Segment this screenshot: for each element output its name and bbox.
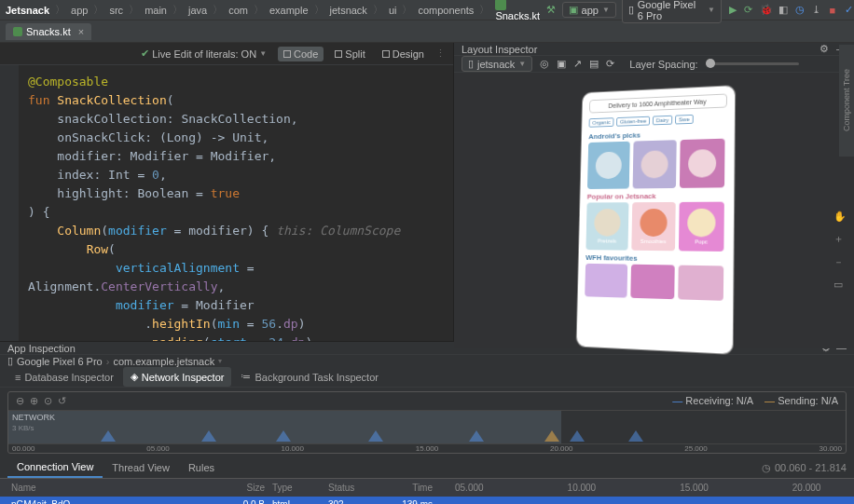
device-select[interactable]: ▯Google Pixel 6 Pro▼ — [622, 0, 722, 23]
refresh-icon[interactable]: ⟳ — [606, 58, 614, 70]
requests-table-header: Name Size Type Status Time 05.00010.0001… — [0, 479, 854, 497]
breadcrumb-file[interactable]: Snacks.kt — [495, 0, 540, 21]
export-icon[interactable]: ↗ — [573, 58, 582, 70]
requests-table-body: pGM4ajt_BdQ0.0 Bhtml302139 msm741Ij4Cz7M… — [0, 497, 854, 504]
run-icon[interactable]: ▶ — [727, 4, 737, 17]
device-frame: Delivery to 1600 Amphitheater Way Organi… — [576, 86, 735, 354]
breadcrumb[interactable]: app — [71, 5, 88, 16]
breadcrumb[interactable]: example — [269, 5, 309, 16]
breadcrumb[interactable]: com — [228, 5, 248, 16]
app-inspection-panel: App Inspection ⚙— ▯ Google Pixel 6 Pro ›… — [0, 341, 854, 504]
overlay-icon[interactable]: ▤ — [589, 58, 599, 70]
tab-rules[interactable]: Rules — [179, 458, 224, 477]
zoom-reset-icon[interactable]: ▭ — [833, 279, 847, 291]
filter-chips: OrganicGluten-freeDairySwe — [588, 113, 726, 127]
editor-toolbar: ✔Live Edit of literals: ON▼ Code Split D… — [0, 43, 453, 65]
editor-tab[interactable]: Snacks.kt × — [6, 23, 91, 40]
tab-label: Snacks.kt — [26, 26, 71, 37]
app-inspection-title: App Inspection — [7, 343, 76, 354]
delivery-bar: Delivery to 1600 Amphitheater Way — [588, 93, 726, 113]
tab-background-task-inspector[interactable]: ≔ Background Task Inspector — [233, 367, 385, 387]
reset-icon[interactable]: ↺ — [58, 395, 66, 407]
layer-spacing-label: Layer Spacing: — [629, 59, 697, 70]
device-preview[interactable]: Delivery to 1600 Amphitheater Way Organi… — [454, 73, 854, 348]
close-tab-icon[interactable]: × — [78, 26, 84, 37]
breadcrumb[interactable]: jetsnack — [330, 5, 367, 16]
zoom-in-icon[interactable]: ⊕ — [30, 395, 38, 407]
editor-gutter — [0, 65, 19, 341]
legend-receiving: Receiving: N/A — [672, 395, 753, 407]
titlebar: Jetsnack〉 app〉 src〉 main〉 java〉 com〉 exa… — [0, 0, 854, 20]
editor-tabbar: Snacks.kt × — [0, 20, 854, 43]
zoom-fit-icon[interactable]: ⊙ — [44, 395, 52, 407]
layer-spacing-slider[interactable] — [706, 62, 799, 65]
breadcrumb[interactable]: java — [188, 5, 207, 16]
breadcrumb[interactable]: main — [145, 5, 167, 16]
view-code-button[interactable]: Code — [278, 47, 324, 61]
inspector-toolbar: ▯ jetsnack▼ ◎ ▣ ↗ ▤ ⟳ Layer Spacing: — [454, 56, 854, 73]
layout-inspector-panel: Layout Inspector ⚙ — ▯ jetsnack▼ ◎ ▣ ↗ ▤… — [453, 43, 854, 341]
code-editor[interactable]: ✔Live Edit of literals: ON▼ Code Split D… — [0, 43, 453, 341]
coverage-icon[interactable]: ◧ — [778, 4, 789, 17]
compose-file-icon — [495, 0, 506, 10]
code-content[interactable]: @Composable fun SnackCollection( snackCo… — [0, 65, 453, 341]
network-graph-box: ⊖⊕⊙↺ Receiving: N/ASending: N/A NETWORK … — [7, 391, 847, 454]
tab-connection-view[interactable]: Connection View — [7, 457, 103, 478]
tab-network-inspector[interactable]: ◈ Network Inspector — [123, 367, 232, 387]
section-title: Popular on Jetsnack — [586, 191, 725, 200]
inspection-crumb[interactable]: ▯ Google Pixel 6 Pro › com.example.jetsn… — [0, 355, 854, 367]
table-row[interactable]: pGM4ajt_BdQ0.0 Bhtml302139 ms — [0, 497, 854, 504]
breadcrumb[interactable]: ui — [389, 5, 397, 16]
live-edit-toggle[interactable]: ✔Live Edit of literals: ON▼ — [135, 46, 272, 61]
zoom-in-icon[interactable]: ＋ — [833, 232, 847, 246]
view-design-button[interactable]: Design — [377, 47, 430, 61]
breadcrumb-root[interactable]: Jetsnack — [6, 5, 49, 16]
section-title: WFH favourites — [585, 253, 725, 264]
stop-icon[interactable]: ■ — [827, 4, 837, 17]
legend-sending: Sending: N/A — [764, 395, 838, 407]
clock-icon: ◷ — [762, 462, 771, 474]
apply-changes-icon[interactable]: ⟳ — [743, 4, 753, 17]
pan-icon[interactable]: ✋ — [833, 211, 847, 223]
tab-thread-view[interactable]: Thread View — [103, 458, 179, 477]
layout-inspector-title: Layout Inspector — [461, 44, 537, 55]
tab-database-inspector[interactable]: ≡ Database Inspector — [7, 368, 121, 387]
network-timeline[interactable]: NETWORK 3 KB/s — [8, 410, 846, 443]
build-icon[interactable]: ⚒ — [545, 4, 556, 17]
zoom-out-icon[interactable]: － — [833, 255, 847, 269]
git-commit-icon[interactable]: ✓ — [844, 4, 854, 17]
process-select[interactable]: ▯ jetsnack▼ — [461, 56, 532, 72]
layers-icon[interactable]: ▣ — [557, 58, 566, 70]
breadcrumb[interactable]: src — [109, 5, 123, 16]
breadcrumb[interactable]: components — [418, 5, 474, 16]
profile-icon[interactable]: ◷ — [794, 4, 805, 17]
debug-icon[interactable]: 🐞 — [760, 4, 773, 17]
snapshot-icon[interactable]: ◎ — [540, 58, 549, 70]
component-tree-tab[interactable]: Component Tree — [839, 45, 854, 157]
gear-icon[interactable]: ⚙ — [820, 43, 829, 55]
time-range: 00.060 - 21.814 — [775, 462, 847, 473]
zoom-out-icon[interactable]: ⊖ — [16, 395, 24, 407]
compose-file-icon — [13, 27, 22, 36]
run-config-select[interactable]: ▣app▼ — [562, 2, 616, 18]
view-split-button[interactable]: Split — [329, 47, 370, 61]
attach-icon[interactable]: ⤓ — [811, 4, 821, 17]
